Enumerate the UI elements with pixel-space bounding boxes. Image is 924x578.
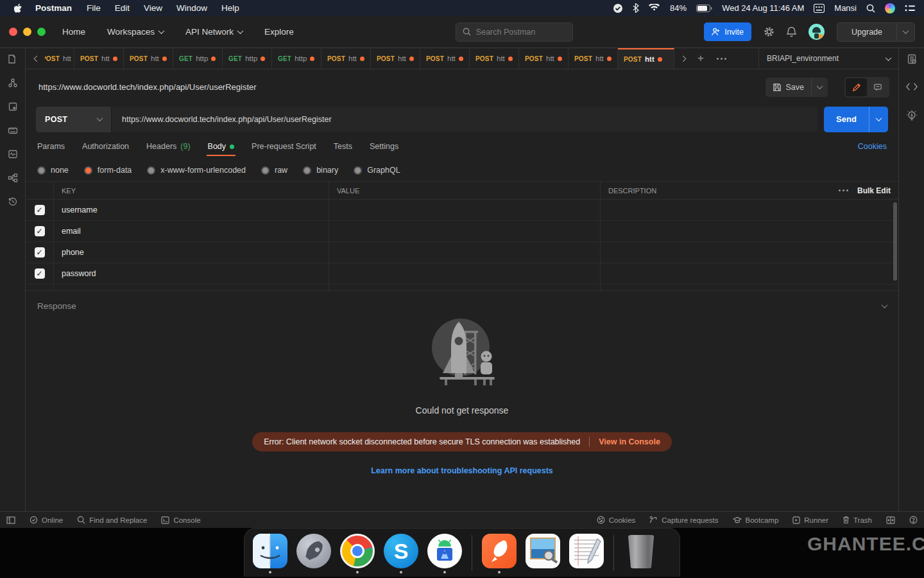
- cookies-link[interactable]: Cookies: [858, 142, 887, 151]
- dock-preview-icon[interactable]: [525, 534, 561, 574]
- nav-workspaces[interactable]: Workspaces: [107, 27, 164, 37]
- request-tab[interactable]: POSThtt: [519, 48, 569, 69]
- save-options-caret[interactable]: [811, 78, 828, 97]
- menu-view[interactable]: View: [144, 3, 162, 13]
- request-tab[interactable]: GEThttp: [272, 48, 321, 69]
- flows-icon[interactable]: [7, 172, 19, 184]
- dock-textedit-icon[interactable]: [569, 534, 604, 574]
- mode-none[interactable]: none: [37, 166, 69, 175]
- status-check-icon[interactable]: [613, 3, 623, 13]
- environment-selector[interactable]: BRIAPI_environment: [758, 48, 898, 69]
- zoom-window-button[interactable]: [37, 28, 46, 36]
- notifications-bell-icon[interactable]: [787, 26, 796, 37]
- sidebar-toggle-icon[interactable]: [6, 516, 15, 524]
- row-checkbox-checked[interactable]: ✓: [35, 226, 45, 236]
- tab-options-icon[interactable]: [710, 48, 732, 69]
- nav-home[interactable]: Home: [62, 27, 85, 37]
- troubleshooting-link[interactable]: Learn more about troubleshooting API req…: [371, 466, 553, 475]
- request-tab[interactable]: GEThttp: [223, 48, 272, 69]
- runner-button[interactable]: Runner: [792, 516, 828, 524]
- help-icon[interactable]: [909, 516, 918, 524]
- request-tab[interactable]: POSThtt: [124, 48, 173, 69]
- url-input[interactable]: [122, 115, 807, 124]
- method-selector[interactable]: POST: [36, 107, 112, 132]
- tab-params[interactable]: Params: [37, 134, 65, 159]
- request-name[interactable]: https://www.docworld.tech/index.php/api/…: [38, 82, 257, 92]
- menubar-app-name[interactable]: Postman: [35, 3, 72, 13]
- dock-chrome-icon[interactable]: [339, 534, 375, 574]
- request-tab[interactable]: GEThttp: [173, 48, 223, 69]
- user-avatar[interactable]: [809, 24, 825, 40]
- environments-icon[interactable]: [7, 101, 19, 112]
- table-row[interactable]: ✓ phone: [26, 242, 898, 263]
- request-tab[interactable]: POSThtt: [371, 48, 420, 69]
- find-and-replace[interactable]: Find and Replace: [77, 516, 147, 524]
- collapse-response-icon[interactable]: [882, 302, 888, 308]
- bootcamp-button[interactable]: Bootcamp: [733, 516, 779, 524]
- keyboard-input-icon[interactable]: [814, 4, 825, 13]
- menu-help[interactable]: Help: [221, 3, 239, 13]
- send-options-caret[interactable]: [869, 107, 888, 132]
- dock-launchpad-icon[interactable]: [296, 534, 332, 574]
- menu-window[interactable]: Window: [176, 3, 207, 13]
- dock-finder-icon[interactable]: [252, 534, 288, 574]
- minimize-window-button[interactable]: [23, 28, 31, 36]
- request-tab[interactable]: POSThtt: [45, 48, 74, 69]
- search-input[interactable]: [476, 28, 560, 37]
- invite-button[interactable]: Invite: [704, 22, 751, 41]
- request-tab[interactable]: POSThtt: [74, 48, 124, 69]
- row-checkbox-checked[interactable]: ✓: [35, 247, 45, 258]
- request-tab[interactable]: POSThtt: [420, 48, 470, 69]
- request-tab[interactable]: POSThtt: [321, 48, 371, 69]
- mode-graphql[interactable]: GraphQL: [354, 166, 400, 175]
- menu-file[interactable]: File: [87, 3, 101, 13]
- request-tab[interactable]: POSThtt: [470, 48, 519, 69]
- input-source-name[interactable]: Mansi: [834, 3, 857, 13]
- apple-menu-icon[interactable]: [14, 3, 22, 13]
- capture-requests-button[interactable]: Capture requests: [649, 516, 718, 524]
- dock-skype-icon[interactable]: S: [383, 534, 419, 574]
- mode-form-data[interactable]: form-data: [84, 166, 132, 175]
- scroll-tabs-right-button[interactable]: [674, 48, 691, 69]
- mock-servers-icon[interactable]: [7, 125, 19, 136]
- new-tab-button[interactable]: +: [691, 48, 710, 69]
- bulk-edit-button[interactable]: Bulk Edit: [857, 186, 891, 195]
- edit-pencil-icon[interactable]: [846, 78, 867, 96]
- view-in-console-button[interactable]: View in Console: [599, 437, 660, 446]
- collections-icon[interactable]: [7, 53, 19, 65]
- menu-edit[interactable]: Edit: [115, 3, 130, 13]
- tab-body[interactable]: Body: [208, 134, 235, 159]
- table-options-icon[interactable]: [839, 189, 848, 191]
- dock-trash-icon[interactable]: [623, 534, 659, 574]
- environment-quick-look-icon[interactable]: [906, 48, 918, 69]
- code-snippet-icon[interactable]: [906, 81, 918, 92]
- table-row[interactable]: ✓ email: [26, 221, 898, 242]
- tab-authorization[interactable]: Authorization: [82, 134, 129, 159]
- tab-tests[interactable]: Tests: [334, 134, 352, 159]
- trash-button[interactable]: Trash: [843, 516, 872, 524]
- row-checkbox-checked[interactable]: ✓: [35, 205, 45, 215]
- spotlight-search-icon[interactable]: [866, 4, 875, 13]
- monitors-icon[interactable]: [7, 148, 19, 160]
- global-search[interactable]: [456, 22, 573, 42]
- online-status[interactable]: Online: [30, 516, 63, 524]
- postbot-lightbulb-icon[interactable]: [906, 110, 918, 122]
- history-icon[interactable]: [7, 196, 19, 207]
- dock-android-studio-icon[interactable]: [427, 534, 463, 574]
- table-row-new[interactable]: Key Value Description: [26, 285, 898, 290]
- send-button[interactable]: Send: [824, 107, 869, 132]
- bluetooth-icon[interactable]: [633, 3, 639, 13]
- control-center-icon[interactable]: [905, 4, 915, 12]
- siri-icon[interactable]: [885, 3, 895, 13]
- upgrade-button[interactable]: Upgrade: [837, 22, 915, 42]
- row-checkbox-checked[interactable]: ✓: [35, 268, 45, 279]
- upgrade-caret[interactable]: [896, 23, 914, 41]
- tab-settings[interactable]: Settings: [370, 134, 398, 159]
- scroll-tabs-left-button[interactable]: [28, 48, 45, 69]
- table-row[interactable]: ✓ password: [26, 263, 898, 285]
- apis-icon[interactable]: [7, 77, 19, 89]
- table-row[interactable]: ✓ username: [26, 200, 898, 221]
- two-pane-icon[interactable]: [886, 516, 895, 524]
- mode-binary[interactable]: binary: [303, 166, 338, 175]
- cookies-status-button[interactable]: Cookies: [597, 516, 636, 524]
